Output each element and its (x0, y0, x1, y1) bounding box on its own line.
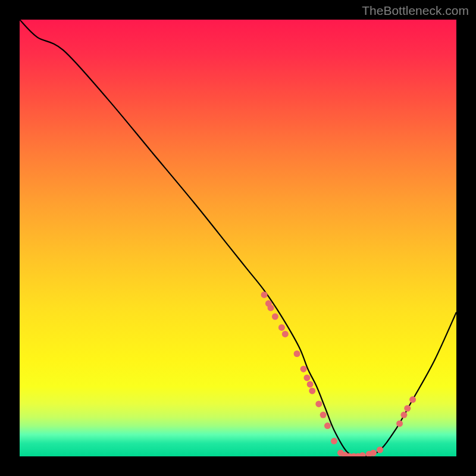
data-point (324, 422, 331, 429)
data-point (294, 350, 300, 357)
watermark-text: TheBottleneck.com (362, 4, 469, 18)
data-point (261, 292, 268, 298)
data-point (404, 405, 411, 412)
data-markers (261, 292, 416, 456)
data-point (370, 450, 377, 456)
data-point (303, 374, 310, 381)
data-point (300, 366, 307, 372)
data-point (409, 396, 416, 403)
data-point (278, 324, 285, 331)
data-point (396, 420, 403, 427)
data-point (400, 412, 407, 418)
data-point (268, 305, 274, 311)
data-point (359, 452, 366, 456)
plot-area (20, 20, 456, 456)
data-point (320, 412, 327, 418)
data-point (377, 446, 383, 453)
data-point (272, 314, 278, 320)
bottleneck-curve (20, 20, 456, 456)
data-point (315, 400, 322, 407)
data-point (309, 387, 315, 394)
data-point (307, 381, 314, 387)
data-point (331, 438, 337, 444)
data-point (282, 331, 289, 337)
chart-svg (20, 20, 456, 456)
